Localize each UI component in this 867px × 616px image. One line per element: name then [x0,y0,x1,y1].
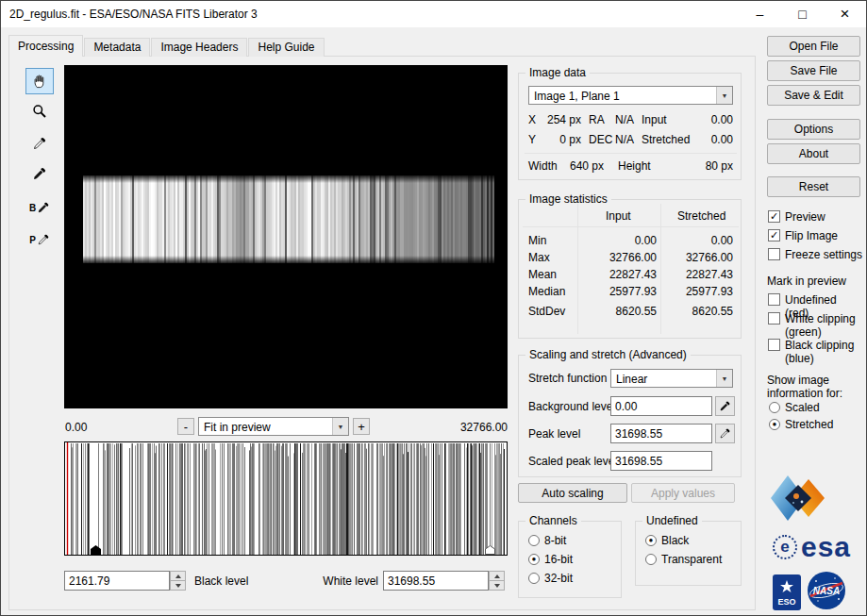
radio-black-label: Black [661,534,689,547]
white-level-input[interactable] [383,571,489,591]
black-level-spin-down[interactable] [170,580,186,591]
minimize-button[interactable]: – [739,1,781,27]
undefined-title: Undefined [642,514,702,527]
histogram-zoom-select[interactable]: Fit in preview [198,417,349,436]
tab-processing[interactable]: Processing [8,35,83,57]
stat-row-label: StdDev [528,305,565,318]
radio-undefined-transparent[interactable]: Transparent [645,553,722,566]
plane-select-value: Image 1, Plane 1 [529,87,716,104]
reset-button[interactable]: Reset [767,176,860,197]
black-level-spin-up[interactable] [170,571,186,580]
radio-circle: ● [769,419,780,430]
white-clipping-checkbox[interactable]: White clipping (green) [768,312,859,339]
radio-scaled[interactable]: Scaled [769,401,820,414]
tool-letter-p: P [29,235,36,245]
preview-checkbox-label: Preview [785,210,825,224]
histogram-zoom-in-button[interactable]: + [353,418,370,435]
background-picker-button[interactable] [715,396,735,416]
x-value: 254 px [536,113,581,126]
checkbox-box [768,293,780,306]
scaled-peak-label: Scaled peak level [528,455,617,468]
esa-logo-text: esa [801,531,851,563]
radio-undefined-black[interactable]: ● Black [645,534,689,547]
flip-image-checkbox[interactable]: ✓ Flip Image [768,229,838,242]
zoom-tool[interactable] [25,98,54,125]
histogram-zoom-out-button[interactable]: - [177,418,194,435]
peak-level-input[interactable] [610,424,712,443]
auto-scaling-button[interactable]: Auto scaling [518,483,627,503]
plane-select[interactable]: Image 1, Plane 1 [528,86,733,105]
channels-title: Channels [525,514,581,527]
black-clipping-checkbox[interactable]: Black clipping (blue) [768,339,859,365]
white-level-spin-down[interactable] [489,580,505,591]
black-level-label: Black level [194,574,248,588]
tab-metadata[interactable]: Metadata [84,38,150,57]
peak-level-picker-tool[interactable]: P [25,226,54,253]
dec-value: N/A [606,133,634,146]
save-file-button[interactable]: Save File [767,60,860,81]
open-file-button[interactable]: Open File [767,36,860,57]
histogram[interactable] [64,441,508,556]
close-button[interactable]: × [824,1,866,27]
tool-letter-b: B [29,203,36,213]
window-controls: – □ × [739,1,866,27]
input-value: 0.00 [675,113,733,126]
peak-level-label: Peak level [528,427,580,441]
radio-scaled-label: Scaled [785,401,820,414]
preview-checkbox[interactable]: ✓ Preview [768,210,825,224]
black-level-picker-tool[interactable] [25,160,54,187]
background-level-label: Background level [528,400,615,413]
stat-row-label: Max [528,251,550,264]
stretch-function-select[interactable]: Linear [610,369,733,388]
white-level-spinner [489,571,505,591]
white-level-marker[interactable] [485,545,495,555]
divider [523,226,739,227]
background-eyedropper-icon [37,201,50,214]
freeze-settings-checkbox[interactable]: Freeze settings [768,248,862,261]
image-statistics-group: Image statistics Input Stretched Min 0.0… [518,199,742,339]
tab-image-headers[interactable]: Image Headers [151,38,247,57]
black-clipping-label: Black clipping (blue) [785,339,859,365]
stat-row-stretched: 0.00 [664,234,733,247]
scaling-title: Scaling and stretch (Advanced) [525,348,691,361]
histogram-plot [65,442,507,555]
radio-circle [528,573,540,584]
tab-help-guide[interactable]: Help Guide [248,38,324,57]
scaled-peak-input[interactable] [610,451,712,471]
input-label: Input [642,113,667,126]
stat-row-stretched: 8620.55 [664,305,733,318]
stats-col-input: Input [606,209,631,223]
radio-8bit[interactable]: 8-bit [528,534,566,547]
options-button[interactable]: Options [767,119,860,140]
white-level-picker-tool[interactable] [25,130,54,157]
stat-row-label: Min [528,234,546,247]
radio-32bit[interactable]: 32-bit [528,572,573,585]
about-button[interactable]: About [767,143,860,164]
background-level-input[interactable] [610,396,712,416]
histogram-min-label: 0.00 [65,421,87,434]
radio-stretched[interactable]: ● Stretched [769,418,833,431]
maximize-button[interactable]: □ [781,1,824,27]
channels-group: Channels 8-bit ● 16-bit 32-bit [518,521,622,598]
white-level-spin-up[interactable] [489,571,505,580]
black-level-input[interactable] [64,571,170,591]
save-edit-button[interactable]: Save & Edit [767,85,860,106]
image-preview[interactable] [64,65,508,408]
stretch-function-label: Stretch function [528,372,607,385]
eso-logo: ESO [773,574,801,610]
stat-row-input: 25977.93 [581,285,657,298]
radio-circle [645,554,657,565]
black-level-marker[interactable] [91,545,101,555]
peak-picker-button[interactable] [715,424,735,443]
stat-row-input: 22827.43 [581,268,657,281]
hand-tool[interactable] [25,68,54,94]
background-level-picker-tool[interactable]: B [25,194,54,221]
image-data-group: Image data Image 1, Plane 1 X 254 px RA … [518,73,742,180]
divider [660,204,661,334]
white-clipping-label: White clipping (green) [785,312,859,339]
black-level-spinner [170,571,186,591]
radio-16bit[interactable]: ● 16-bit [528,553,573,566]
stats-col-stretched: Stretched [677,209,725,223]
checkbox-box [768,248,780,260]
hand-icon [32,74,47,89]
